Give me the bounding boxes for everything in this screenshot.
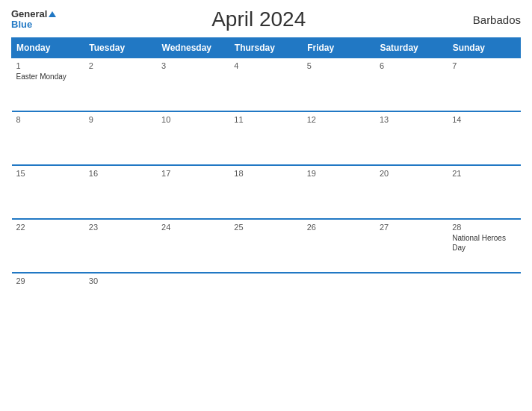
day-number: 10: [161, 115, 225, 124]
day-number: 11: [234, 115, 297, 124]
weekday-header-row: Monday Tuesday Wednesday Thursday Friday…: [12, 38, 521, 58]
day-number: 12: [307, 115, 371, 124]
calendar-cell: 7: [448, 58, 520, 111]
calendar-week-row: 1Easter Monday234567: [12, 58, 521, 111]
day-number: 20: [380, 169, 443, 178]
calendar-cell: 29: [12, 273, 84, 314]
calendar-week-row: 15161718192021: [12, 165, 521, 219]
day-number: 6: [380, 61, 443, 70]
calendar-cell: 5: [303, 58, 375, 111]
calendar-cell: 20: [375, 165, 448, 219]
calendar-cell: 26: [303, 219, 375, 273]
day-number: 3: [161, 61, 225, 70]
calendar-cell: 4: [229, 58, 302, 111]
header-friday: Friday: [303, 38, 375, 58]
calendar-cell: [448, 273, 520, 314]
day-number: 29: [16, 276, 80, 285]
day-number: 15: [16, 169, 80, 178]
calendar-header: General Blue April 2024 Barbados: [11, 7, 521, 31]
calendar-cell: 12: [303, 111, 375, 165]
day-number: 30: [89, 276, 152, 285]
calendar-cell: 15: [12, 165, 84, 219]
day-number: 14: [452, 115, 516, 124]
day-number: 22: [16, 223, 80, 232]
day-number: 21: [452, 169, 516, 178]
day-number: 27: [380, 223, 443, 232]
day-number: 26: [307, 223, 371, 232]
calendar-cell: 13: [375, 111, 448, 165]
logo-general-text: General: [11, 9, 47, 19]
day-number: 7: [452, 61, 516, 70]
calendar-cell: 23: [84, 219, 157, 273]
calendar-cell: 27: [375, 219, 448, 273]
calendar-cell: 3: [157, 58, 229, 111]
calendar-cell: 2: [84, 58, 157, 111]
calendar-cell: [229, 273, 302, 314]
calendar-cell: 24: [157, 219, 229, 273]
calendar-cell: 21: [448, 165, 520, 219]
header-wednesday: Wednesday: [157, 38, 229, 58]
day-number: 4: [234, 61, 297, 70]
calendar-title: April 2024: [56, 7, 461, 31]
holiday-label: National Heroes Day: [452, 233, 516, 253]
calendar-cell: [303, 273, 375, 314]
day-number: 1: [16, 61, 80, 70]
day-number: 2: [89, 61, 152, 70]
calendar-cell: 8: [12, 111, 84, 165]
calendar-cell: 14: [448, 111, 520, 165]
day-number: 9: [89, 115, 152, 124]
calendar-cell: [157, 273, 229, 314]
calendar-cell: 17: [157, 165, 229, 219]
country-name: Barbados: [461, 13, 521, 26]
calendar-grid: Monday Tuesday Wednesday Thursday Friday…: [11, 37, 521, 314]
calendar-cell: 19: [303, 165, 375, 219]
calendar-cell: 16: [84, 165, 157, 219]
logo-triangle-icon: [49, 11, 56, 17]
calendar-cell: 18: [229, 165, 302, 219]
header-thursday: Thursday: [229, 38, 302, 58]
calendar-cell: 6: [375, 58, 448, 111]
day-number: 25: [234, 223, 297, 232]
calendar-cell: 1Easter Monday: [12, 58, 84, 111]
calendar-week-row: 891011121314: [12, 111, 521, 165]
calendar-container: General Blue April 2024 Barbados Monday …: [0, 0, 532, 411]
day-number: 28: [452, 223, 516, 232]
header-tuesday: Tuesday: [84, 38, 157, 58]
calendar-cell: 22: [12, 219, 84, 273]
day-number: 13: [380, 115, 443, 124]
calendar-cell: 10: [157, 111, 229, 165]
day-number: 19: [307, 169, 371, 178]
calendar-cell: 11: [229, 111, 302, 165]
calendar-cell: [375, 273, 448, 314]
calendar-week-row: 2930: [12, 273, 521, 314]
logo-blue-text: Blue: [11, 19, 32, 30]
holiday-label: Easter Monday: [16, 72, 80, 81]
day-number: 5: [307, 61, 371, 70]
calendar-week-row: 22232425262728National Heroes Day: [12, 219, 521, 273]
header-saturday: Saturday: [375, 38, 448, 58]
day-number: 8: [16, 115, 80, 124]
calendar-cell: 30: [84, 273, 157, 314]
day-number: 16: [89, 169, 152, 178]
header-sunday: Sunday: [448, 38, 520, 58]
day-number: 24: [161, 223, 225, 232]
calendar-cell: 25: [229, 219, 302, 273]
calendar-cell: 28National Heroes Day: [448, 219, 520, 273]
header-monday: Monday: [12, 38, 84, 58]
day-number: 18: [234, 169, 297, 178]
calendar-cell: 9: [84, 111, 157, 165]
day-number: 17: [161, 169, 225, 178]
day-number: 23: [89, 223, 152, 232]
logo: General Blue: [11, 9, 56, 31]
